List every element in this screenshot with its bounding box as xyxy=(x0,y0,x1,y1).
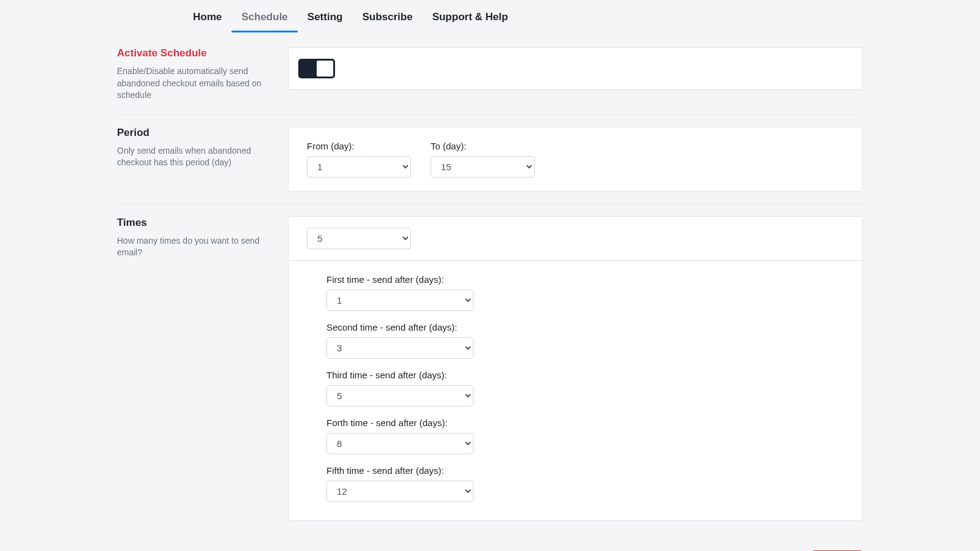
period-to-select[interactable]: 15 xyxy=(431,156,535,178)
times-desc: How many times do you want to send email… xyxy=(117,235,273,259)
period-to-label: To (day): xyxy=(431,141,535,151)
section-activate: Activate Schedule Enable/Disable automat… xyxy=(117,47,863,114)
times-count-select[interactable]: 5 xyxy=(307,228,411,249)
section-period: Period Only send emails when abandoned c… xyxy=(117,114,863,204)
period-title: Period xyxy=(117,127,273,139)
send-select-2[interactable]: 3 xyxy=(326,337,473,359)
send-select-4[interactable]: 8 xyxy=(326,433,473,454)
send-label-1: First time - send after (days): xyxy=(326,274,824,285)
send-select-5[interactable]: 12 xyxy=(326,481,473,502)
times-title: Times xyxy=(117,217,273,229)
activate-toggle[interactable] xyxy=(298,59,335,78)
section-times: Times How many times do you want to send… xyxy=(117,204,863,533)
nav-setting[interactable]: Setting xyxy=(298,6,353,32)
top-nav: Home Schedule Setting Subscribe Support … xyxy=(106,0,874,32)
send-label-3: Third time - send after (days): xyxy=(326,370,824,380)
nav-support-help[interactable]: Support & Help xyxy=(423,6,518,32)
send-select-3[interactable]: 5 xyxy=(326,385,473,407)
send-label-5: Fifth time - send after (days): xyxy=(326,465,824,476)
send-label-2: Second time - send after (days): xyxy=(326,322,824,332)
nav-schedule[interactable]: Schedule xyxy=(232,6,298,32)
toggle-thumb xyxy=(317,61,333,77)
period-from-select[interactable]: 1 xyxy=(307,156,411,178)
period-from-label: From (day): xyxy=(307,141,411,151)
nav-subscribe[interactable]: Subscribe xyxy=(352,6,422,32)
activate-desc: Enable/Disable automatically send abando… xyxy=(117,66,273,102)
period-desc: Only send emails when abandoned checkout… xyxy=(117,145,273,169)
nav-home[interactable]: Home xyxy=(183,6,232,32)
send-label-4: Forth time - send after (days): xyxy=(326,418,824,428)
send-select-1[interactable]: 1 xyxy=(326,290,473,311)
activate-title: Activate Schedule xyxy=(117,47,273,59)
